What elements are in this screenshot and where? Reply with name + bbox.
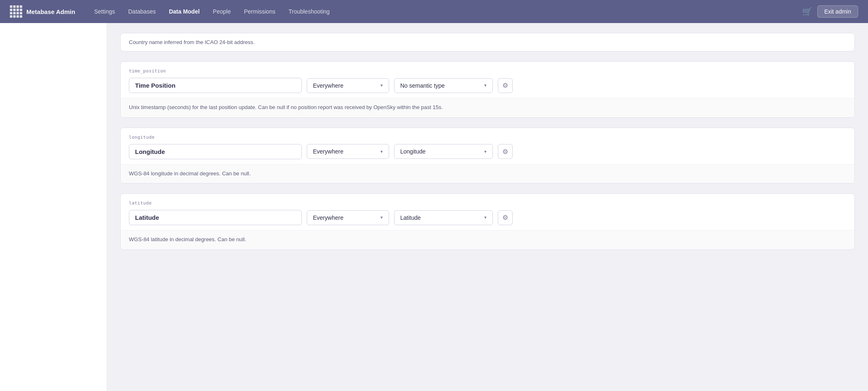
top-nav: Metabase Admin Settings Databases Data M… (0, 0, 868, 23)
nav-right: 🛒 Exit admin (802, 5, 858, 18)
main-content: Country name inferred from the ICAO 24-b… (107, 23, 868, 391)
field-name-input-longitude[interactable] (129, 144, 302, 159)
visibility-chevron-time-position: ▾ (380, 83, 383, 88)
gear-icon-longitude: ⚙ (502, 148, 508, 156)
field-description-time-position: Unix timestamp (seconds) for the last po… (121, 98, 854, 117)
visibility-value-latitude: Everywhere (313, 214, 343, 221)
logo-icon (10, 5, 22, 18)
nav-databases[interactable]: Databases (122, 5, 161, 18)
field-description-latitude: WGS-84 latitude in decimal degrees. Can … (121, 230, 854, 249)
semantic-chevron-time-position: ▾ (484, 83, 487, 88)
gear-icon-time-position: ⚙ (502, 81, 508, 89)
cart-icon[interactable]: 🛒 (802, 7, 812, 16)
semantic-value-latitude: Latitude (400, 214, 421, 221)
field-row-time-position: Everywhere ▾ No semantic type ▾ ⚙ (129, 78, 846, 98)
field-card-top-longitude: longitude Everywhere ▾ Longitude ▾ ⚙ (121, 128, 854, 164)
field-name-input-latitude[interactable] (129, 210, 302, 225)
semantic-chevron-latitude: ▾ (484, 215, 487, 220)
settings-button-longitude[interactable]: ⚙ (498, 144, 513, 159)
page-layout: Country name inferred from the ICAO 24-b… (0, 23, 868, 391)
nav-links: Settings Databases Data Model People Per… (89, 5, 802, 18)
visibility-chevron-longitude: ▾ (380, 149, 383, 154)
field-db-label-longitude: longitude (129, 135, 846, 140)
field-row-longitude: Everywhere ▾ Longitude ▾ ⚙ (129, 144, 846, 164)
gear-icon-latitude: ⚙ (502, 214, 508, 221)
sidebar (0, 23, 107, 391)
field-card-longitude: longitude Everywhere ▾ Longitude ▾ ⚙ (120, 128, 855, 184)
settings-button-latitude[interactable]: ⚙ (498, 210, 513, 225)
field-card-top-latitude: latitude Everywhere ▾ Latitude ▾ ⚙ (121, 194, 854, 230)
nav-troubleshooting[interactable]: Troubleshooting (283, 5, 336, 18)
field-row-latitude: Everywhere ▾ Latitude ▾ ⚙ (129, 210, 846, 230)
semantic-select-latitude[interactable]: Latitude ▾ (394, 210, 493, 225)
visibility-select-latitude[interactable]: Everywhere ▾ (307, 210, 389, 225)
visibility-chevron-latitude: ▾ (380, 215, 383, 220)
semantic-chevron-longitude: ▾ (484, 149, 487, 154)
semantic-value-longitude: Longitude (400, 148, 426, 155)
semantic-select-longitude[interactable]: Longitude ▾ (394, 144, 493, 159)
partial-description: Country name inferred from the ICAO 24-b… (121, 33, 854, 51)
visibility-select-longitude[interactable]: Everywhere ▾ (307, 144, 389, 159)
semantic-select-time-position[interactable]: No semantic type ▾ (394, 78, 493, 93)
nav-logo-text: Metabase Admin (26, 8, 75, 15)
field-description-longitude: WGS-84 longitude in decimal degrees. Can… (121, 164, 854, 184)
field-card-time-position: time_position Everywhere ▾ No semantic t… (120, 61, 855, 118)
field-card-top-time-position: time_position Everywhere ▾ No semantic t… (121, 62, 854, 98)
visibility-value-longitude: Everywhere (313, 148, 343, 155)
semantic-value-time-position: No semantic type (400, 82, 445, 89)
nav-permissions[interactable]: Permissions (238, 5, 281, 18)
field-card-latitude: latitude Everywhere ▾ Latitude ▾ ⚙ (120, 193, 855, 250)
nav-people[interactable]: People (207, 5, 237, 18)
field-db-label-time-position: time_position (129, 68, 846, 74)
exit-admin-button[interactable]: Exit admin (817, 5, 858, 18)
settings-button-time-position[interactable]: ⚙ (498, 78, 513, 93)
nav-logo: Metabase Admin (10, 5, 75, 18)
visibility-select-time-position[interactable]: Everywhere ▾ (307, 78, 389, 93)
nav-data-model[interactable]: Data Model (163, 5, 205, 18)
field-db-label-latitude: latitude (129, 200, 846, 206)
nav-settings[interactable]: Settings (89, 5, 121, 18)
field-name-input-time-position[interactable] (129, 78, 302, 93)
visibility-value-time-position: Everywhere (313, 82, 343, 89)
partial-field-card: Country name inferred from the ICAO 24-b… (120, 33, 855, 51)
